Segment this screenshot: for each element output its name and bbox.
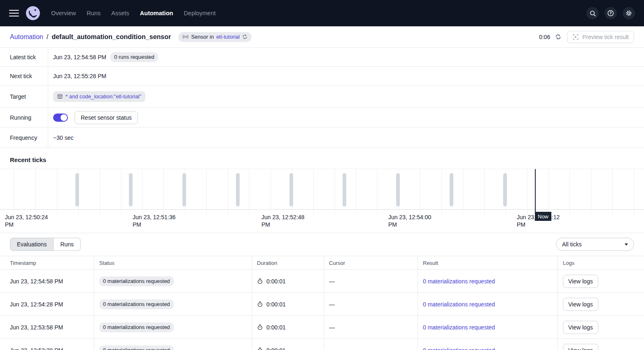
nav-item-runs[interactable]: Runs (86, 10, 100, 16)
target-row: Target * and code_location:"etl-tutorial… (0, 86, 644, 108)
tick-bar[interactable] (182, 173, 186, 206)
timeline-gridline (14, 169, 14, 215)
nav-item-automation[interactable]: Automation (140, 10, 173, 16)
breadcrumb-separator: / (47, 33, 48, 41)
cell-logs: View logs (558, 270, 644, 293)
timeline-axis-label: Jun 23, 12:51:36 PM (133, 213, 182, 228)
help-icon[interactable]: ? (604, 7, 617, 19)
result-link[interactable]: 0 materializations requested (423, 324, 495, 331)
cell-cursor: — (324, 316, 418, 339)
page-header: Automation / default_automation_conditio… (0, 26, 644, 48)
timeline-gridline (569, 169, 570, 215)
duration-value: 0:00:01 (266, 324, 286, 331)
timeline-axis-line (0, 209, 644, 210)
recent-ticks-timeline: Jun 23, 12:50:24 PMJun 23, 12:51:36 PMJu… (0, 169, 644, 233)
refresh-icon[interactable] (555, 34, 561, 40)
evaluations-toolbar: EvaluationsRuns All ticks (0, 233, 644, 256)
view-logs-button[interactable]: View logs (563, 321, 598, 334)
preview-tick-result-button[interactable]: Preview tick result (567, 31, 634, 43)
breadcrumb-automation-link[interactable]: Automation (10, 33, 43, 41)
stopwatch-icon (257, 324, 263, 330)
top-nav: OverviewRunsAssetsAutomationDeployment ? (0, 0, 644, 26)
timeline-gridline (527, 169, 527, 215)
ticks-table: TimestampStatusDurationCursorResultLogsJ… (0, 256, 644, 350)
column-header-logs: Logs (558, 256, 644, 270)
running-toggle[interactable] (53, 114, 68, 122)
result-link[interactable]: 0 materializations requested (423, 301, 495, 308)
nav-actions: ? (586, 7, 635, 19)
cell-status: 0 materializations requested (94, 339, 252, 350)
duration-value: 0:00:01 (266, 347, 286, 350)
column-header-cursor: Cursor (324, 256, 418, 270)
menu-icon[interactable] (9, 10, 19, 17)
result-link[interactable]: 0 materializations requested (423, 347, 495, 350)
status-badge: 0 materializations requested (99, 345, 174, 350)
settings-gear-icon[interactable] (623, 7, 635, 19)
tick-bar[interactable] (396, 173, 400, 206)
column-header-duration: Duration (252, 256, 324, 270)
view-logs-button[interactable]: View logs (563, 344, 598, 350)
status-badge: 0 materializations requested (99, 299, 174, 309)
tick-filter-select[interactable]: All ticks (556, 238, 634, 251)
timeline-gridline (591, 169, 591, 215)
chevron-down-icon (625, 243, 628, 246)
timeline-gridline (441, 169, 442, 215)
cell-duration: 0:00:01 (252, 339, 324, 350)
tick-bar[interactable] (129, 173, 133, 206)
tick-bar[interactable] (503, 173, 507, 206)
next-tick-label: Next tick (0, 67, 48, 85)
stopwatch-icon (257, 347, 263, 350)
cell-timestamp: Jun 23, 12:54:28 PM (0, 293, 94, 316)
nav-item-overview[interactable]: Overview (51, 10, 76, 16)
duration-value: 0:00:01 (266, 301, 286, 308)
target-label: Target (0, 86, 48, 107)
sensor-broadcast-icon (182, 35, 189, 39)
column-header-status: Status (94, 256, 252, 270)
cell-timestamp: Jun 23, 12:53:28 PM (0, 339, 94, 350)
target-selection-chip[interactable]: * and code_location:"etl-tutorial" (53, 91, 145, 102)
view-logs-button[interactable]: View logs (563, 275, 598, 288)
nav-item-deployment[interactable]: Deployment (184, 10, 215, 16)
view-logs-button[interactable]: View logs (563, 298, 598, 311)
cursor-value: — (329, 278, 335, 285)
timeline-gridline (142, 169, 142, 215)
reset-sensor-status-button[interactable]: Reset sensor status (75, 111, 138, 124)
tick-bar[interactable] (289, 173, 293, 206)
latest-tick-row: Latest tick Jun 23, 12:54:58 PM 0 runs r… (0, 48, 644, 67)
tick-bar[interactable] (236, 173, 240, 206)
dagster-logo-icon[interactable] (26, 6, 40, 21)
cell-status: 0 materializations requested (94, 316, 252, 339)
result-link[interactable]: 0 materializations requested (423, 278, 495, 285)
timeline-gridline (484, 169, 485, 215)
cell-result: 0 materializations requested (418, 316, 558, 339)
tick-timestamp: Jun 23, 12:53:58 PM (10, 324, 63, 331)
timeline-gridline (634, 169, 634, 215)
tick-bar[interactable] (343, 173, 346, 206)
stopwatch-icon (257, 278, 263, 284)
cell-duration: 0:00:01 (252, 316, 324, 339)
tick-bar[interactable] (75, 173, 79, 206)
status-badge: 0 materializations requested (99, 276, 174, 286)
timeline-gridline (206, 169, 207, 215)
tick-filter-value: All ticks (562, 241, 581, 248)
next-tick-value: Jun 23, 12:55:28 PM (53, 73, 106, 79)
cell-duration: 0:00:01 (252, 293, 324, 316)
timeline-gridline (612, 169, 613, 215)
sensor-badge-text: Sensor in (191, 34, 214, 40)
search-icon[interactable] (586, 7, 599, 19)
next-tick-countdown: 0:06 (539, 34, 550, 40)
sensor-details: Latest tick Jun 23, 12:54:58 PM 0 runs r… (0, 48, 644, 148)
frequency-value: ~30 sec (53, 134, 73, 141)
tab-evaluations[interactable]: Evaluations (10, 238, 54, 251)
reload-location-icon[interactable] (242, 34, 247, 39)
asset-table-icon (57, 94, 63, 99)
cell-status: 0 materializations requested (94, 270, 252, 293)
tick-bar[interactable] (450, 173, 453, 206)
tab-runs[interactable]: Runs (54, 238, 81, 251)
running-label: Running (0, 108, 48, 127)
latest-tick-value: Jun 23, 12:54:58 PM (53, 54, 106, 60)
next-tick-row: Next tick Jun 23, 12:55:28 PM (0, 67, 644, 86)
nav-item-assets[interactable]: Assets (111, 10, 129, 16)
code-location-link[interactable]: etl-tutorial (216, 34, 240, 40)
cursor-value: — (329, 301, 335, 308)
